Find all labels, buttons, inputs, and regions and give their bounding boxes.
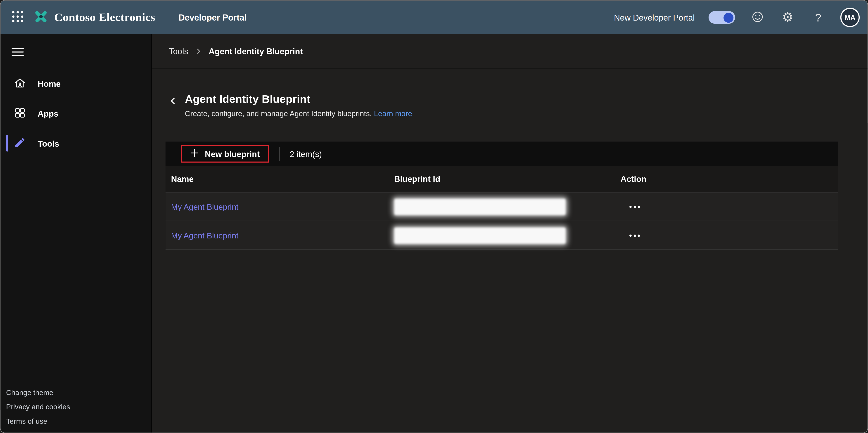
- sidebar-collapse-button[interactable]: [6, 41, 29, 64]
- blueprint-id-redacted: [394, 227, 566, 244]
- blueprints-table: Name Blueprint Id Action My Agent Bluepr…: [165, 166, 838, 250]
- smiley-icon: [751, 10, 764, 25]
- dot-icon: [629, 205, 632, 208]
- title-block: Agent Identity Blueprint Create, configu…: [185, 93, 412, 118]
- dot-icon: [633, 205, 636, 208]
- change-theme-link[interactable]: Change theme: [6, 388, 151, 397]
- table-row: My Agent Blueprint: [165, 221, 838, 250]
- topbar-right: New Developer Portal ⚙: [614, 8, 860, 27]
- feedback-button[interactable]: [749, 9, 766, 26]
- blueprint-name-link[interactable]: My Agent Blueprint: [171, 202, 238, 211]
- blueprint-id-cell: [389, 198, 615, 215]
- page-subtitle: Create, configure, and manage Agent Iden…: [185, 110, 412, 118]
- page-title: Agent Identity Blueprint: [185, 93, 412, 105]
- dot-icon: [638, 205, 640, 208]
- body: Home Apps: [0, 34, 867, 433]
- plus-icon: [190, 149, 199, 159]
- help-button[interactable]: ?: [810, 9, 827, 26]
- sidebar-item-home[interactable]: Home: [0, 69, 151, 99]
- new-blueprint-button[interactable]: New blueprint: [181, 145, 269, 163]
- name-cell: My Agent Blueprint: [165, 230, 389, 240]
- privacy-cookies-link[interactable]: Privacy and cookies: [6, 403, 151, 411]
- blueprint-id-redacted: [394, 198, 566, 215]
- sidebar-item-label: Tools: [37, 138, 59, 148]
- avatar-initials: MA: [845, 13, 856, 21]
- product-title: Developer Portal: [179, 12, 247, 22]
- viewport: Contoso Electronics Developer Portal New…: [0, 0, 868, 433]
- items-count: 2 item(s): [290, 149, 322, 159]
- breadcrumb-current: Agent Identity Blueprint: [209, 46, 303, 56]
- breadcrumb-tools[interactable]: Tools: [169, 46, 188, 56]
- toggle-knob: [723, 12, 734, 22]
- question-mark-icon: ?: [815, 12, 821, 23]
- page-header: Agent Identity Blueprint Create, configu…: [165, 93, 868, 118]
- home-icon: [14, 77, 26, 90]
- brand-name: Contoso Electronics: [54, 11, 155, 24]
- new-blueprint-label: New blueprint: [205, 149, 260, 159]
- dot-icon: [629, 234, 632, 237]
- chevron-right-icon: [195, 46, 202, 56]
- blueprint-id-cell: [389, 227, 615, 244]
- hamburger-icon: [11, 47, 24, 58]
- dot-icon: [638, 234, 640, 237]
- settings-button[interactable]: ⚙: [779, 9, 796, 26]
- table-row: My Agent Blueprint: [165, 193, 838, 221]
- sidebar-footer: Change theme Privacy and cookies Terms o…: [0, 388, 151, 433]
- brand[interactable]: Contoso Electronics: [33, 8, 155, 27]
- breadcrumb: Tools Agent Identity Blueprint: [152, 34, 868, 69]
- column-header-blueprint-id: Blueprint Id: [389, 174, 615, 184]
- topbar: Contoso Electronics Developer Portal New…: [0, 0, 867, 34]
- blueprint-name-link[interactable]: My Agent Blueprint: [171, 231, 238, 240]
- back-button[interactable]: [165, 95, 180, 109]
- app-window: Contoso Electronics Developer Portal New…: [0, 0, 868, 433]
- table-header-row: Name Blueprint Id Action: [165, 166, 838, 192]
- new-portal-toggle[interactable]: [709, 11, 735, 24]
- row-actions-button[interactable]: [626, 202, 643, 211]
- dot-icon: [633, 234, 636, 237]
- table-toolbar: New blueprint 2 item(s): [165, 142, 838, 166]
- pencil-icon: [14, 136, 26, 150]
- sidebar-item-apps[interactable]: Apps: [0, 99, 151, 128]
- apps-grid-icon: [14, 106, 26, 120]
- toolbar-divider: [279, 147, 280, 161]
- action-cell: [615, 231, 838, 240]
- user-avatar[interactable]: MA: [840, 8, 860, 27]
- column-header-action: Action: [615, 174, 838, 184]
- page-content: Agent Identity Blueprint Create, configu…: [152, 69, 868, 250]
- sidebar-item-tools[interactable]: Tools: [0, 128, 151, 158]
- app-launcher-button[interactable]: [6, 6, 29, 29]
- column-header-name: Name: [165, 174, 389, 184]
- sidebar-item-label: Apps: [37, 109, 58, 118]
- contoso-logo-icon: [33, 8, 49, 27]
- waffle-icon: [11, 11, 24, 24]
- gear-icon: ⚙: [782, 11, 794, 24]
- sidebar-item-label: Home: [37, 79, 61, 88]
- new-portal-label: New Developer Portal: [614, 13, 695, 22]
- action-cell: [615, 202, 838, 211]
- row-actions-button[interactable]: [626, 231, 643, 240]
- name-cell: My Agent Blueprint: [165, 202, 389, 211]
- terms-of-use-link[interactable]: Terms of use: [6, 417, 151, 426]
- subtitle-text: Create, configure, and manage Agent Iden…: [185, 110, 372, 118]
- main-area: Tools Agent Identity Blueprint: [152, 34, 868, 433]
- sidebar: Home Apps: [0, 34, 152, 433]
- chevron-left-icon: [168, 97, 177, 107]
- learn-more-link[interactable]: Learn more: [374, 110, 412, 118]
